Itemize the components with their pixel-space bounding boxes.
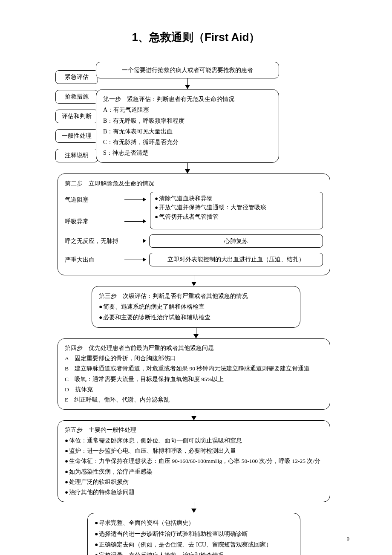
arrow-right-icon <box>124 221 146 222</box>
arrow-right-icon <box>124 260 146 260</box>
step2-box: 第二步 立即解除危及生命的情况 气道阻塞 呼吸异常 清除气道血块和异物 开放气道… <box>58 173 330 275</box>
arrow-down-icon <box>193 334 199 338</box>
step4-line: A 固定重要部位的骨折，闭合胸腹部伤口 <box>65 353 323 364</box>
final-line: 选择适当的进一步诊断性治疗试验和辅助检查以明确诊断 <box>95 529 293 539</box>
step5-line: 治疗其他的特殊急诊问题 <box>65 487 323 497</box>
step5-box: 第五步 主要的一般性处理 体位：通常需要卧床休息，侧卧位、面向一侧可以防止误吸和… <box>58 420 330 502</box>
step5-line: 监护：进一步监护心电、血压、脉搏和呼吸，必要时检测出入量 <box>65 446 323 456</box>
step3-line: 必要和主要的诊断性治疗试验和辅助检查 <box>99 312 293 323</box>
start-box: 一个需要进行抢救的病人或者可能需要抢救的患者 <box>96 62 279 78</box>
step2-heading: 第二步 立即解除危及生命的情况 <box>65 178 323 189</box>
arrow-right-icon <box>124 241 146 241</box>
step2-label: 呼之无反应，无脉搏 <box>65 236 124 246</box>
step1-line: C：有无脉搏，循环是否充分 <box>103 137 272 147</box>
step2-target-box: 立即对外表能控制的大出血进行止血（压迫、结扎） <box>149 253 323 266</box>
final-box: 寻求完整、全面的资料（包括病史） 选择适当的进一步诊断性治疗试验和辅助检查以明确… <box>87 513 300 555</box>
step1-line: B：有无体表可见大量出血 <box>103 126 272 137</box>
step1-box: 第一步 紧急评估：判断患者有无危及生命的情况 A：有无气道阻塞 B：有无呼吸，呼… <box>96 89 279 163</box>
step4-line: B 建立静脉通道或者骨通道，对危重或者如果 90 秒钟内无法建立静脉通道则需要建… <box>65 364 323 374</box>
step4-box: 第四步 优先处理患者当前最为严重的或者其他紧急问题 A 固定重要部位的骨折，闭合… <box>58 338 330 410</box>
page-number: 0 <box>347 535 350 542</box>
arrow-right-icon <box>124 199 146 200</box>
step4-line: C 吸氧：通常需要大流量，目标是保持血氧饱和度 95%以上 <box>65 374 323 384</box>
step5-line: 处理广泛的软组织损伤 <box>65 477 323 487</box>
step1-line: S：神志是否清楚 <box>103 147 272 158</box>
final-line: 完整记录、充分反映病人抢救、治疗和检查情况 <box>95 550 293 555</box>
step1-heading: 第一步 紧急评估：判断患者有无危及生命的情况 <box>103 94 272 104</box>
step2-target-box: 心肺复苏 <box>149 234 323 248</box>
page-title: 1、急救通则（First Aid） <box>38 30 354 45</box>
step1-line: A：有无气道阻塞 <box>103 104 272 115</box>
arrow-down-icon <box>185 85 190 89</box>
step2-label: 呼吸异常 <box>65 216 124 227</box>
step5-line: 生命体征：力争保持在理想状态：血压 90-160/60-100mmHg，心率 5… <box>65 456 323 466</box>
step2-target-line: 气管切开或者气管插管 <box>155 212 318 222</box>
step2-label: 气道阻塞 <box>65 194 124 205</box>
step4-line: E 纠正呼吸、循环、代谢、内分泌紊乱 <box>65 395 323 405</box>
arrow-down-icon <box>191 416 196 420</box>
arrow-down-icon <box>191 509 196 513</box>
step2-target-box: 清除气道血块和异物 开放气道并保持气道通畅：大管径管吸痰 气管切开或者气管插管 <box>150 192 323 229</box>
step2-target-line: 清除气道血块和异物 <box>155 194 318 203</box>
step4-line: D 抗休克 <box>65 384 323 395</box>
step3-line: 简要、迅速系统的病史了解和体格检查 <box>99 301 293 312</box>
step2-target-line: 开放气道并保持气道通畅：大管径管吸痰 <box>155 203 318 212</box>
flowchart: 一个需要进行抢救的病人或者可能需要抢救的患者 第一步 紧急评估：判断患者有无危及… <box>87 62 330 555</box>
step3-heading: 第三步 次级评估：判断是否有严重或者其他紧急的情况 <box>99 291 293 301</box>
arrow-down-icon <box>185 169 190 173</box>
step1-line: B：有无呼吸，呼吸频率和程度 <box>103 116 272 126</box>
step3-box: 第三步 次级评估：判断是否有严重或者其他紧急的情况 简要、迅速系统的病史了解和体… <box>92 286 300 328</box>
step5-line: 如为感染性疾病，治疗严重感染 <box>65 467 323 477</box>
step4-heading: 第四步 优先处理患者当前最为严重的或者其他紧急问题 <box>65 343 323 353</box>
final-line: 寻求完整、全面的资料（包括病史） <box>95 517 293 528</box>
arrow-down-icon <box>191 282 196 286</box>
step5-heading: 第五步 主要的一般性处理 <box>65 425 323 435</box>
step5-line: 体位：通常需要卧床休息，侧卧位、面向一侧可以防止误吸和窒息 <box>65 436 323 446</box>
step2-label: 严重大出血 <box>65 254 124 265</box>
final-line: 正确确定去向（例如，是否住院、去 ICU、留院短暂观察或回家） <box>95 539 293 550</box>
